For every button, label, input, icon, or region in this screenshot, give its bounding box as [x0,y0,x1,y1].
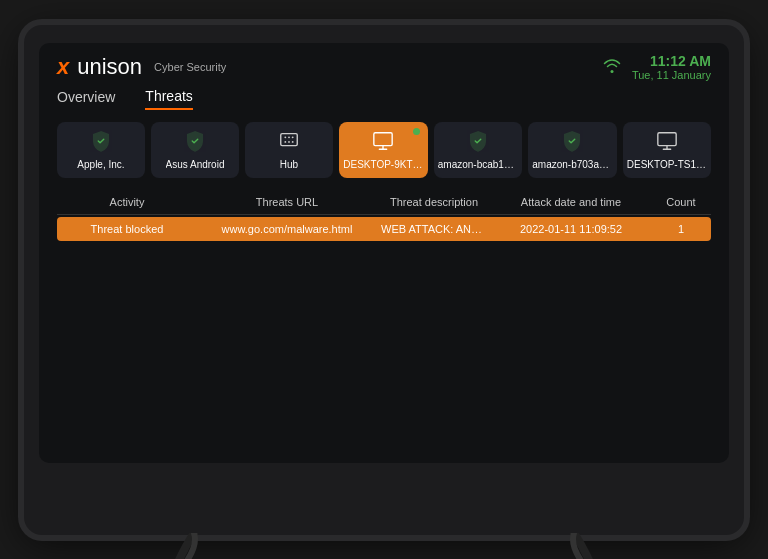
tv-screen: x unison Cyber Security 11:12 AM Tue, 11… [39,43,729,463]
device-name-desktop-ts1: DESKTOP-TS1-Wi.. [627,159,707,170]
svg-point-3 [292,137,294,139]
device-name-asus: Asus Android [166,159,225,170]
table-header: Activity Threats URL Threat description … [57,190,711,215]
threat-table: Activity Threats URL Threat description … [57,190,711,241]
svg-point-5 [288,141,290,143]
svg-rect-0 [281,134,298,146]
device-name-amazon-b703: amazon-b703a3d.. [532,159,612,170]
device-card-desktop9ktm[interactable]: DESKTOP-9KTM7.. [339,122,428,178]
table-row[interactable]: Threat blocked www.go.com/malware.html W… [57,217,711,241]
shield-icon [467,130,489,155]
cell-count: 1 [651,223,711,235]
col-activity: Activity [57,196,197,208]
device-name-hub: Hub [280,159,298,170]
device-card-apple[interactable]: Apple, Inc. [57,122,145,178]
device-card-amazon-bcab[interactable]: amazon-bcab114c [434,122,523,178]
device-card-amazon-b703[interactable]: amazon-b703a3d.. [528,122,617,178]
col-count: Count [651,196,711,208]
device-card-asus[interactable]: Asus Android [151,122,239,178]
cell-url: www.go.com/malware.html [197,223,377,235]
monitor-icon [372,130,394,155]
col-datetime: Attack date and time [491,196,651,208]
col-description: Threat description [377,196,491,208]
device-name-apple: Apple, Inc. [77,159,124,170]
device-name-desktop9: DESKTOP-9KTM7.. [343,159,423,170]
shield-icon [561,130,583,155]
tv-stand-left [164,533,224,560]
svg-point-1 [284,137,286,139]
shield-icon [90,130,112,155]
tv-stand-right [544,533,604,560]
devices-row: Apple, Inc. Asus Android [39,110,729,186]
header-right: 11:12 AM Tue, 11 January [602,53,711,83]
wifi-icon [602,57,622,77]
current-time: 11:12 AM [632,53,711,70]
cell-datetime: 2022-01-11 11:09:52 [491,223,651,235]
svg-point-6 [292,141,294,143]
svg-rect-7 [374,133,392,146]
hub-icon [278,130,300,155]
tv-frame: x unison Cyber Security 11:12 AM Tue, 11… [24,25,744,535]
tab-threats[interactable]: Threats [145,88,192,110]
tab-overview[interactable]: Overview [57,89,115,109]
logo-name: unison [77,54,142,80]
col-url: Threats URL [197,196,377,208]
svg-rect-8 [658,133,676,146]
header-bar: x unison Cyber Security 11:12 AM Tue, 11… [39,43,729,89]
shield-icon [184,130,206,155]
time-block: 11:12 AM Tue, 11 January [632,53,711,83]
monitor-icon [656,130,678,155]
cell-activity: Threat blocked [57,223,197,235]
logo-x-letter: x [57,54,69,80]
device-card-hub[interactable]: Hub [245,122,333,178]
cell-description: WEB ATTACK: ANGLER EXPLOIT KIT ... [377,223,491,235]
logo-area: x unison Cyber Security [57,54,226,80]
device-card-desktop-ts1[interactable]: DESKTOP-TS1-Wi.. [623,122,712,178]
svg-point-2 [288,137,290,139]
svg-point-4 [284,141,286,143]
logo-subtitle: Cyber Security [154,61,226,73]
current-date: Tue, 11 January [632,69,711,82]
device-name-amazon-bcab: amazon-bcab114c [438,159,518,170]
nav-tabs: Overview Threats [39,88,729,110]
